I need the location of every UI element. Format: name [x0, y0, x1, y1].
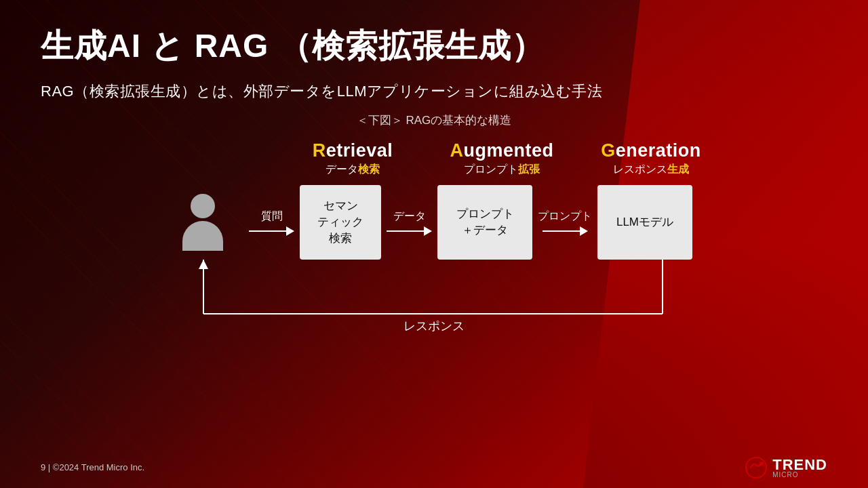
- prompt-data-box: プロンプト＋データ: [437, 185, 532, 260]
- response-label: レスポンス: [403, 318, 465, 334]
- page-title: 生成AI と RAG （検索拡張生成）: [41, 24, 827, 68]
- semantic-search-label: セマンティック検索: [317, 198, 363, 246]
- prompt-data-label: プロンプト＋データ: [456, 206, 514, 239]
- diagram-caption: ＜下図＞ RAGの基本的な構造: [41, 113, 827, 128]
- response-loop: レスポンス: [176, 260, 692, 334]
- rag-label-augmented: Augmented プロンプト拡張: [444, 140, 559, 177]
- flow-row: 質問 セマンティック検索 データ プロンプト＋データ: [176, 185, 692, 260]
- llm-label: LLMモデル: [616, 214, 673, 230]
- rag-label-generation: Generation レスポンス生成: [593, 140, 709, 177]
- subtitle: RAG（検索拡張生成）とは、外部データをLLMアプリケーションに組み込む手法: [41, 81, 827, 102]
- slide-content: 生成AI と RAG （検索拡張生成） RAG（検索拡張生成）とは、外部データを…: [0, 0, 868, 488]
- rag-labels: Retrieval データ検索 Augmented プロンプト拡張 Genera…: [41, 140, 827, 177]
- prompt-label: プロンプト: [538, 209, 592, 224]
- question-label: 質問: [261, 209, 283, 224]
- person-body: [182, 221, 223, 251]
- person-icon: [176, 194, 230, 251]
- semantic-search-box: セマンティック検索: [300, 185, 381, 260]
- retrieval-rest: etrieval: [326, 140, 393, 161]
- retrieval-first-letter: R: [313, 140, 326, 161]
- llm-model-box: LLMモデル: [597, 185, 692, 260]
- question-arrow: 質問: [249, 209, 294, 236]
- generation-first-letter: G: [601, 140, 616, 161]
- rag-label-retrieval: Retrieval データ検索: [295, 140, 410, 177]
- person-head: [191, 194, 215, 218]
- prompt-arrow: プロンプト: [538, 209, 592, 236]
- augmented-rest: ugmented: [463, 140, 553, 161]
- data-arrow: データ: [387, 209, 432, 236]
- augmented-first-letter: A: [450, 140, 463, 161]
- data-label: データ: [393, 209, 426, 224]
- svg-marker-3: [199, 260, 208, 269]
- generation-rest: eneration: [616, 140, 701, 161]
- flow-diagram: 質問 セマンティック検索 データ プロンプト＋データ: [41, 185, 827, 334]
